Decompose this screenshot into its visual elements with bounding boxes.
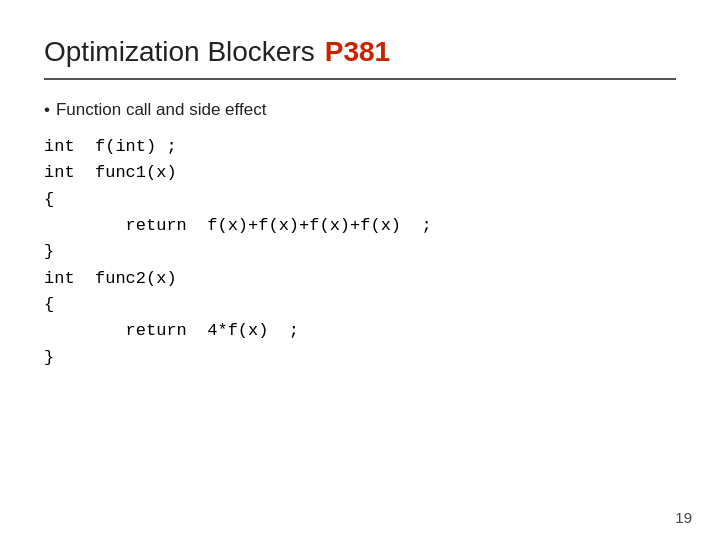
code-line-6: int func2(x)	[44, 266, 676, 292]
code-line-4: return f(x)+f(x)+f(x)+f(x) ;	[44, 213, 676, 239]
bullet-text: Function call and side effect	[56, 100, 266, 120]
page-number: 19	[675, 509, 692, 526]
code-line-2: int func1(x)	[44, 160, 676, 186]
code-block: int f(int) ; int func1(x) { return f(x)+…	[44, 134, 676, 371]
title-area: Optimization Blockers P381	[44, 36, 676, 68]
title-divider	[44, 78, 676, 80]
slide-title-highlight: P381	[325, 36, 390, 68]
code-line-8: return 4*f(x) ;	[44, 318, 676, 344]
code-line-1: int f(int) ;	[44, 134, 676, 160]
bullet-dot: •	[44, 100, 50, 120]
slide-title: Optimization Blockers	[44, 36, 315, 68]
code-line-5: }	[44, 239, 676, 265]
bullet-item: • Function call and side effect	[44, 100, 676, 120]
code-line-7: {	[44, 292, 676, 318]
slide: Optimization Blockers P381 • Function ca…	[0, 0, 720, 540]
code-line-9: }	[44, 345, 676, 371]
code-line-3: {	[44, 187, 676, 213]
